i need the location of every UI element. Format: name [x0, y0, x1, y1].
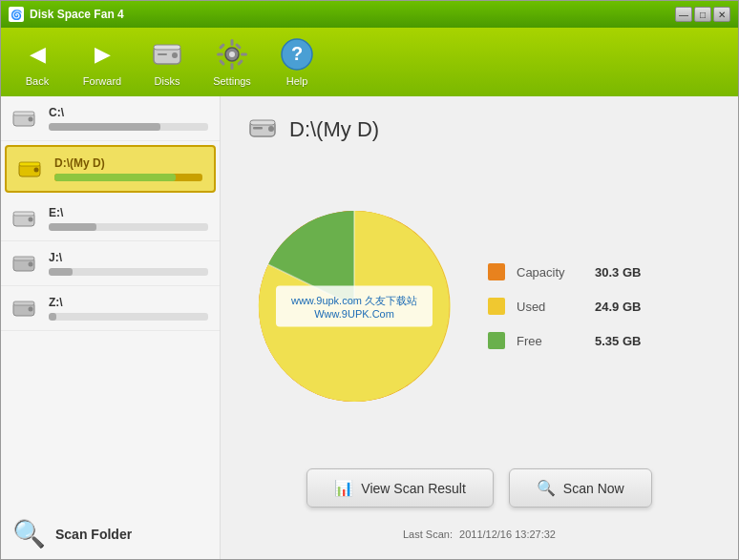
disk-d-icon: [18, 158, 45, 179]
scan-now-button[interactable]: 🔍 Scan Now: [509, 468, 652, 508]
disks-label: Disks: [155, 75, 180, 87]
svg-point-18: [29, 117, 33, 122]
content-disk-icon: [249, 115, 280, 144]
last-scan-value: 2011/12/16 13:27:32: [459, 529, 556, 540]
disk-j-icon: [12, 253, 39, 274]
chart-area: www.9upk.com 久友下载站 Www.9UPK.Com Capacity…: [249, 163, 709, 449]
content-area: D:\(My D): [221, 96, 738, 559]
svg-point-27: [29, 262, 33, 267]
close-button[interactable]: ✕: [713, 7, 730, 22]
free-label: Free: [517, 334, 583, 348]
sidebar-label-d: D:\(My D): [54, 156, 202, 170]
sidebar-progress-bar-z: [49, 313, 56, 321]
toolbar-help[interactable]: ? Help: [276, 37, 318, 87]
svg-rect-23: [13, 212, 34, 216]
toolbar-forward[interactable]: ▶ Forward: [81, 37, 123, 87]
disk-c-icon: [12, 108, 39, 129]
title-controls: — □ ✕: [675, 7, 730, 22]
disk-z-icon: [12, 298, 39, 319]
scan-folder-icon: 🔍: [12, 518, 46, 550]
svg-rect-10: [219, 43, 225, 50]
last-scan-info: Last Scan: 2011/12/16 13:27:32: [403, 529, 556, 540]
sidebar-progress-bar-e: [49, 223, 96, 231]
svg-rect-1: [154, 45, 180, 50]
main-area: C:\ D:\(My D): [1, 96, 738, 559]
forward-label: Forward: [83, 75, 121, 87]
svg-rect-11: [237, 59, 243, 66]
used-value: 24.9 GB: [595, 300, 641, 314]
sidebar-progress-bar-c: [49, 123, 160, 131]
pie-svg: [249, 201, 459, 411]
svg-point-30: [29, 307, 33, 312]
svg-rect-6: [231, 39, 234, 46]
view-scan-label: View Scan Result: [361, 481, 465, 496]
forward-icon: ▶: [85, 37, 119, 72]
used-color-swatch: [488, 298, 505, 315]
svg-rect-17: [13, 112, 34, 115]
capacity-value: 30.3 GB: [595, 265, 641, 280]
svg-rect-20: [19, 162, 40, 166]
capacity-label: Capacity: [517, 265, 583, 280]
sidebar-progress-d: [54, 174, 202, 181]
scan-folder-item[interactable]: 🔍 Scan Folder: [1, 508, 220, 559]
sidebar-item-e[interactable]: E:\: [1, 197, 220, 241]
last-scan-label: Last Scan:: [403, 529, 453, 540]
svg-point-33: [268, 126, 274, 132]
svg-point-24: [29, 218, 33, 222]
scan-now-icon: 🔍: [537, 479, 556, 497]
view-scan-icon: 📊: [334, 479, 353, 497]
svg-point-21: [34, 168, 39, 173]
svg-rect-26: [13, 257, 34, 260]
back-icon: ◀: [20, 37, 54, 72]
toolbar: ◀ Back ▶ Forward Disks: [1, 28, 738, 96]
minimize-button[interactable]: —: [675, 7, 692, 22]
legend: Capacity 30.3 GB Used 24.9 GB Free 5.35 …: [488, 263, 641, 349]
action-buttons: 📊 View Scan Result 🔍 Scan Now: [306, 468, 651, 508]
svg-rect-7: [231, 63, 234, 70]
title-bar: 🌀 Disk Space Fan 4 — □ ✕: [1, 1, 738, 28]
maximize-button[interactable]: □: [694, 7, 711, 22]
toolbar-settings[interactable]: Settings: [211, 37, 253, 87]
sidebar-label-e: E:\: [49, 206, 208, 219]
app-title: Disk Space Fan 4: [30, 8, 124, 21]
svg-rect-34: [253, 127, 263, 130]
free-color-swatch: [488, 332, 505, 349]
scan-now-label: Scan Now: [563, 481, 624, 496]
back-label: Back: [26, 75, 49, 87]
sidebar-item-z[interactable]: Z:\: [1, 286, 220, 331]
settings-icon: [215, 37, 249, 72]
sidebar-progress-z: [49, 313, 208, 321]
legend-used: Used 24.9 GB: [488, 298, 641, 315]
sidebar-label-j: J:\: [49, 251, 208, 264]
scan-folder-label: Scan Folder: [55, 527, 132, 542]
disk-e-icon: [12, 208, 39, 229]
sidebar-progress-bar-j: [49, 268, 73, 276]
view-scan-result-button[interactable]: 📊 View Scan Result: [306, 468, 493, 508]
button-row: 📊 View Scan Result 🔍 Scan Now Last Scan:…: [249, 468, 709, 540]
content-title-text: D:\(My D): [289, 117, 379, 142]
capacity-color-swatch: [488, 263, 505, 280]
help-label: Help: [286, 75, 308, 87]
content-title: D:\(My D): [249, 115, 709, 144]
svg-point-5: [229, 52, 235, 57]
sidebar-progress-bar-d: [54, 174, 176, 181]
sidebar-label-z: Z:\: [49, 296, 208, 309]
pie-chart: www.9upk.com 久友下载站 Www.9UPK.Com: [249, 201, 459, 411]
sidebar-item-c[interactable]: C:\: [1, 96, 220, 141]
svg-rect-13: [219, 59, 225, 66]
sidebar-item-j[interactable]: J:\: [1, 241, 220, 286]
toolbar-disks[interactable]: Disks: [146, 37, 188, 87]
toolbar-back[interactable]: ◀ Back: [16, 37, 58, 87]
sidebar-item-d[interactable]: D:\(My D): [5, 145, 216, 193]
svg-rect-8: [217, 53, 223, 56]
used-label: Used: [517, 300, 583, 314]
svg-rect-32: [250, 120, 275, 125]
svg-rect-3: [158, 53, 167, 55]
disks-icon: [150, 37, 184, 72]
main-window: 🌀 Disk Space Fan 4 — □ ✕ ◀ Back ▶ Forwar…: [0, 0, 739, 560]
legend-free: Free 5.35 GB: [488, 332, 641, 349]
settings-label: Settings: [213, 75, 251, 87]
sidebar-progress-e: [49, 223, 208, 231]
free-value: 5.35 GB: [595, 334, 641, 348]
title-bar-left: 🌀 Disk Space Fan 4: [9, 7, 124, 22]
